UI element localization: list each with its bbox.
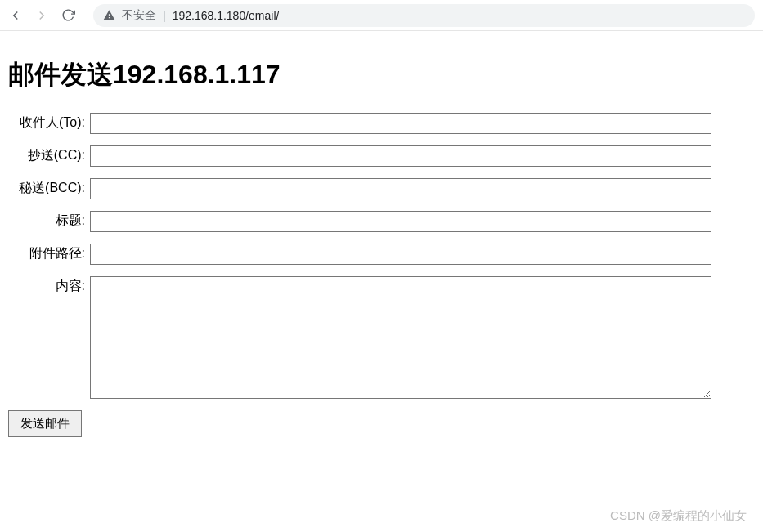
row-bcc: 秘送(BCC):	[8, 178, 755, 199]
reload-icon[interactable]	[61, 8, 75, 23]
input-to[interactable]	[90, 113, 711, 134]
label-content: 内容:	[8, 276, 90, 295]
label-to: 收件人(To):	[8, 113, 90, 132]
label-attachment: 附件路径:	[8, 244, 90, 262]
page-title: 邮件发送192.168.1.117	[8, 57, 755, 93]
input-subject[interactable]	[90, 211, 711, 232]
back-icon[interactable]	[8, 8, 23, 23]
row-submit: 发送邮件	[8, 410, 755, 437]
address-divider: |	[163, 9, 166, 22]
input-bcc[interactable]	[90, 178, 711, 199]
row-content: 内容:	[8, 276, 755, 399]
row-cc: 抄送(CC):	[8, 145, 755, 167]
send-button[interactable]: 发送邮件	[8, 410, 82, 437]
url-text: 192.168.1.180/email/	[173, 9, 280, 22]
row-attachment: 附件路径:	[8, 244, 755, 265]
browser-toolbar: 不安全 | 192.168.1.180/email/	[0, 0, 763, 31]
address-bar[interactable]: 不安全 | 192.168.1.180/email/	[93, 4, 755, 27]
watermark: CSDN @爱编程的小仙女	[610, 508, 747, 524]
forward-icon	[34, 8, 49, 23]
textarea-content[interactable]	[90, 276, 711, 399]
input-attachment[interactable]	[90, 244, 711, 265]
input-cc[interactable]	[90, 145, 711, 167]
security-label: 不安全	[122, 8, 156, 23]
warning-icon	[103, 9, 115, 21]
label-cc: 抄送(CC):	[8, 145, 90, 164]
row-to: 收件人(To):	[8, 113, 755, 134]
row-subject: 标题:	[8, 211, 755, 232]
label-subject: 标题:	[8, 211, 90, 230]
label-bcc: 秘送(BCC):	[8, 178, 90, 197]
page-content: 邮件发送192.168.1.117 收件人(To): 抄送(CC): 秘送(BC…	[0, 31, 763, 445]
